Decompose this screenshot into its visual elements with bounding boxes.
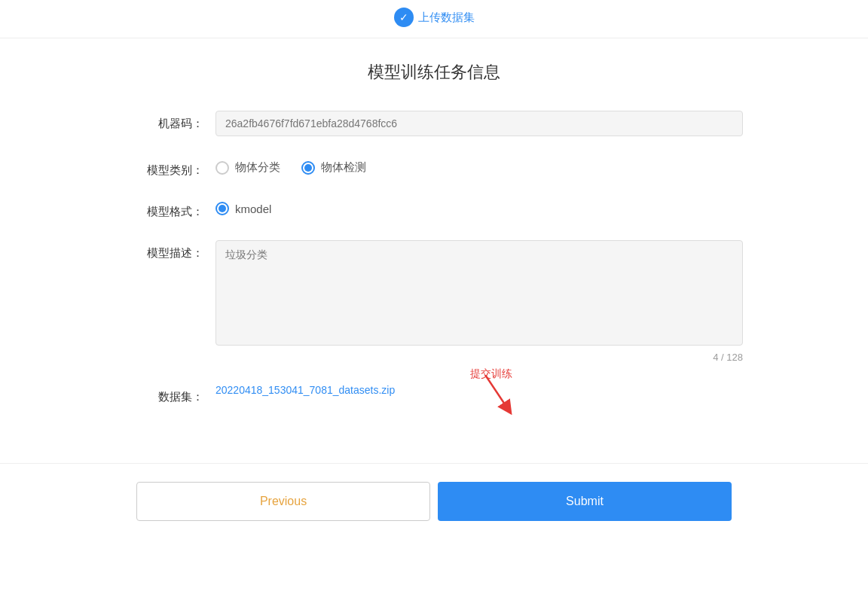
radio-label-kmodel: kmodel <box>235 203 271 215</box>
machine-code-row: 机器码： <box>125 111 743 136</box>
radio-classification[interactable]: 物体分类 <box>215 160 280 175</box>
machine-code-label: 机器码： <box>125 111 215 131</box>
annotation-arrow-icon <box>478 375 523 420</box>
dataset-label: 数据集： <box>125 384 215 404</box>
model-type-radio-group: 物体分类 物体检测 <box>215 157 743 175</box>
dataset-field: 20220418_153041_7081_datasets.zip 提交训练 <box>215 384 743 396</box>
char-count: 4 / 128 <box>215 352 743 363</box>
step-indicator: ✓ 上传数据集 <box>394 8 475 27</box>
radio-detection[interactable]: 物体检测 <box>301 160 366 175</box>
radio-label-classification: 物体分类 <box>235 160 280 175</box>
radio-label-detection: 物体检测 <box>321 160 366 175</box>
top-bar: ✓ 上传数据集 <box>0 0 868 38</box>
machine-code-input[interactable] <box>215 111 743 136</box>
radio-circle-detection <box>301 161 315 175</box>
model-format-field: kmodel <box>215 199 743 215</box>
model-description-row: 模型描述： 4 / 128 <box>125 240 743 363</box>
model-format-row: 模型格式： kmodel <box>125 199 743 219</box>
textarea-wrapper: 4 / 128 <box>215 240 743 363</box>
previous-button[interactable]: Previous <box>136 482 430 521</box>
svg-line-0 <box>485 375 508 409</box>
main-content: 模型训练任务信息 机器码： 模型类别： 物体分类 物体检测 模型格式： <box>95 38 773 448</box>
dataset-file-link[interactable]: 20220418_153041_7081_datasets.zip <box>215 384 395 396</box>
step-check-icon: ✓ <box>394 8 414 27</box>
machine-code-field <box>215 111 743 136</box>
model-type-row: 模型类别： 物体分类 物体检测 <box>125 157 743 178</box>
form-title: 模型训练任务信息 <box>125 61 743 84</box>
model-description-textarea[interactable] <box>215 240 743 346</box>
model-format-label: 模型格式： <box>125 199 215 219</box>
dataset-row: 数据集： 20220418_153041_7081_datasets.zip 提… <box>125 384 743 404</box>
radio-circle-kmodel <box>215 202 229 215</box>
button-row: Previous Submit <box>95 464 773 539</box>
model-description-label: 模型描述： <box>125 240 215 260</box>
dataset-content: 20220418_153041_7081_datasets.zip 提交训练 <box>215 384 743 396</box>
model-description-field: 4 / 128 <box>215 240 743 363</box>
model-type-label: 模型类别： <box>125 157 215 178</box>
step-label: 上传数据集 <box>418 11 475 25</box>
model-format-radio-group: kmodel <box>215 199 743 215</box>
radio-circle-classification <box>215 161 229 175</box>
radio-kmodel[interactable]: kmodel <box>215 202 271 215</box>
model-type-field: 物体分类 物体检测 <box>215 157 743 175</box>
submit-button[interactable]: Submit <box>438 482 732 521</box>
